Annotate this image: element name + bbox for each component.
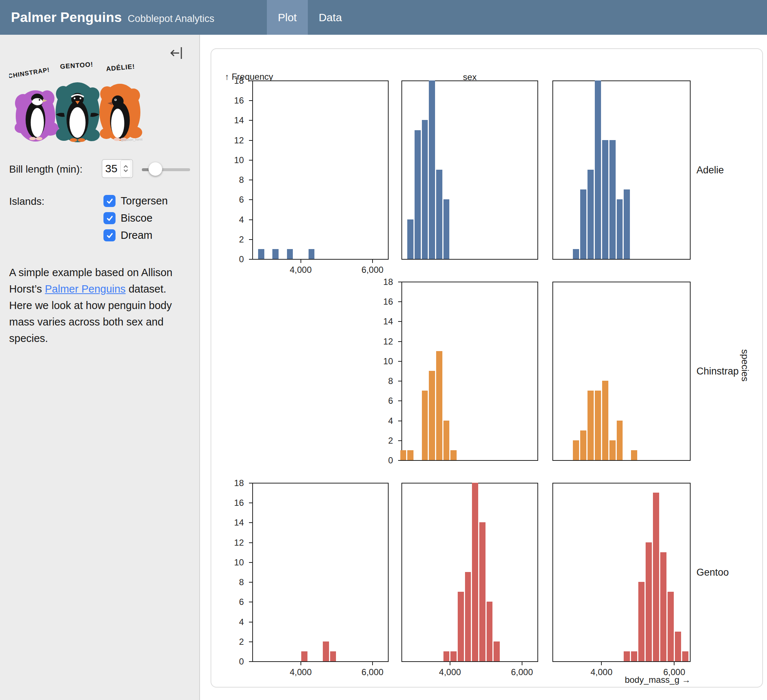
tab-data[interactable]: Data — [308, 0, 353, 35]
checkbox-checked-icon[interactable] — [103, 212, 116, 224]
checkbox-dream[interactable]: Dream — [103, 229, 153, 241]
artwork-credit: @allison_horst — [121, 137, 143, 142]
bill-length-stepper[interactable] — [120, 160, 131, 177]
tab-bar: PlotData — [267, 0, 353, 35]
artwork-label-gentoo: GENTOO! — [60, 61, 94, 70]
header-bar: Palmer Penguins Cobblepot Analytics Plot… — [0, 0, 767, 35]
title-block: Palmer Penguins Cobblepot Analytics — [11, 10, 214, 25]
palmer-penguins-link[interactable]: Palmer Penguins — [45, 283, 126, 295]
checkbox-checked-icon[interactable] — [103, 229, 116, 241]
app-title: Palmer Penguins — [11, 10, 122, 25]
bill-length-input[interactable]: 35 — [102, 159, 133, 178]
tab-plot[interactable]: Plot — [267, 0, 308, 35]
plot-card — [210, 48, 763, 687]
sidebar: CHINSTRAP! GENTOO! ADÉLIE! @allison_hors… — [0, 35, 200, 700]
bill-length-label: Bill length (min): — [9, 163, 83, 175]
app-subtitle: Cobblepot Analytics — [127, 13, 214, 24]
checkbox-biscoe[interactable]: Biscoe — [103, 212, 153, 224]
stepper-up-icon[interactable] — [123, 165, 128, 168]
checkbox-checked-icon[interactable] — [103, 195, 116, 207]
islands-label: Islands: — [9, 196, 45, 207]
collapse-left-icon — [169, 45, 185, 61]
checkbox-label: Torgersen — [121, 195, 168, 207]
stepper-down-icon[interactable] — [123, 169, 128, 172]
checkbox-label: Biscoe — [121, 212, 153, 224]
penguins-artwork: CHINSTRAP! GENTOO! ADÉLIE! — [9, 57, 146, 148]
artwork-label-chinstrap: CHINSTRAP! — [9, 66, 50, 80]
slider-thumb[interactable] — [148, 162, 162, 176]
bill-length-value: 35 — [102, 163, 120, 175]
collapse-sidebar-button[interactable] — [169, 45, 185, 61]
bill-length-slider[interactable] — [142, 166, 190, 173]
checkbox-torgersen[interactable]: Torgersen — [103, 195, 168, 207]
app-window: Palmer Penguins Cobblepot Analytics Plot… — [0, 0, 767, 700]
artwork-label-adelie: ADÉLIE! — [106, 62, 135, 73]
description-text: A simple example based on Allison Horst’… — [9, 265, 190, 347]
checkbox-label: Dream — [121, 229, 153, 241]
